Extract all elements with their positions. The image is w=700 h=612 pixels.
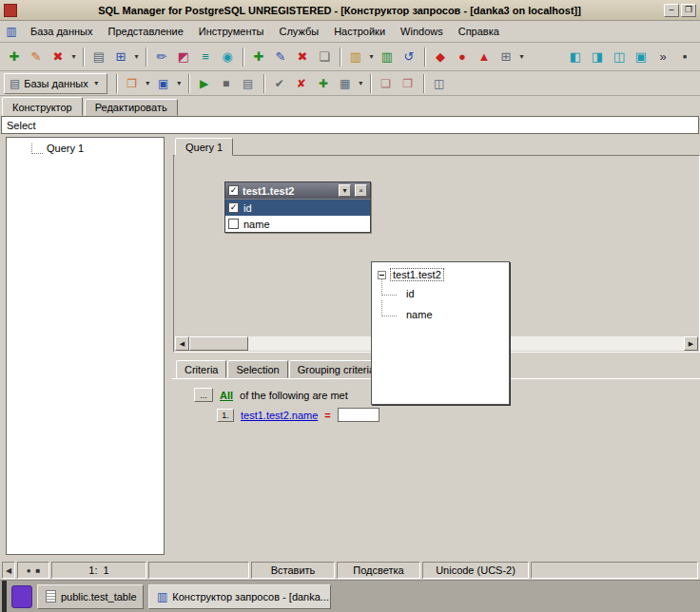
status-scroll-pane[interactable]: ◀ bbox=[2, 562, 15, 579]
windows-dropdown-icon[interactable]: ▾ bbox=[132, 47, 141, 67]
menu-windows[interactable]: Windows bbox=[393, 23, 451, 40]
toolbar-separator bbox=[370, 74, 372, 93]
table-dropdown-button[interactable]: ▾ bbox=[339, 184, 351, 197]
menu-view[interactable]: Представление bbox=[101, 23, 191, 40]
database-services-icon[interactable]: ▣ bbox=[631, 47, 651, 67]
collapse-icon[interactable] bbox=[378, 271, 386, 279]
title-bar[interactable]: SQL Manager for PostgreSQL UNREGISTERED … bbox=[0, 0, 700, 21]
table-widget[interactable]: ✓ test1.test2 ▾ × ✓ id name bbox=[224, 182, 371, 233]
rollback-icon[interactable]: ✘ bbox=[291, 73, 312, 94]
windows-list-icon[interactable]: ⊞ bbox=[110, 47, 131, 67]
taskbar-launcher-icon[interactable] bbox=[11, 585, 32, 608]
restore-database-icon[interactable]: ◨ bbox=[587, 47, 608, 67]
insert-mode-pane: Вставить bbox=[251, 562, 335, 579]
save-dropdown-icon[interactable]: ▾ bbox=[175, 73, 184, 94]
add-table-icon[interactable]: ✚ bbox=[313, 73, 334, 94]
import-data-icon[interactable]: ▥ bbox=[377, 47, 398, 67]
drop-object-icon[interactable]: ✖ bbox=[292, 47, 313, 67]
unregister-database-icon[interactable]: ✖ bbox=[48, 47, 68, 67]
dropdown-root-node[interactable]: test1.test2 bbox=[374, 268, 507, 281]
tab-selection[interactable]: Selection bbox=[227, 360, 287, 378]
tree-node-label: Query 1 bbox=[47, 143, 84, 154]
scroll-thumb[interactable] bbox=[189, 336, 248, 351]
database-registration-info-icon[interactable]: ✎ bbox=[26, 47, 47, 67]
query-builder-icon[interactable]: ◩ bbox=[173, 47, 194, 67]
criteria-value-input[interactable] bbox=[338, 408, 379, 422]
minimize-button[interactable]: – bbox=[664, 4, 679, 17]
main-toolbar: ✚ ✎ ✖ ▾ ▤ ⊞ ▾ ✏ ◩ ≡ ◉ ✚ ✎ ✖ ❏ ▥ ▾ ▥ ↺ ◆ … bbox=[0, 43, 700, 71]
print-icon[interactable]: ▤ bbox=[88, 47, 109, 67]
tree-node-query1[interactable]: Query 1 bbox=[7, 138, 164, 154]
query-tab[interactable]: Query 1 bbox=[175, 138, 233, 156]
menu-tools[interactable]: Инструменты bbox=[191, 23, 272, 40]
menu-database[interactable]: База данных bbox=[23, 23, 101, 40]
tab-designer[interactable]: Конструктор bbox=[2, 97, 83, 116]
save-query-icon[interactable]: ▣ bbox=[153, 73, 174, 94]
copy-diagram-icon[interactable]: ❏ bbox=[376, 73, 397, 94]
criteria-options-button[interactable]: ... bbox=[194, 388, 213, 402]
diagram-options-icon[interactable]: ◫ bbox=[429, 73, 450, 94]
field-label: name bbox=[243, 219, 270, 230]
object-properties-icon[interactable]: ❏ bbox=[314, 47, 335, 67]
customize-toolbar-icon[interactable]: ▪ bbox=[674, 47, 695, 67]
toolbar-separator bbox=[83, 48, 85, 67]
edit-object-icon[interactable]: ✎ bbox=[270, 47, 291, 67]
field-checkbox-name[interactable] bbox=[228, 219, 239, 229]
menu-help[interactable]: Справка bbox=[451, 23, 507, 40]
user-manager-icon[interactable]: ● bbox=[452, 47, 473, 67]
grid-views-icon[interactable]: ▦ bbox=[335, 73, 356, 94]
sql-monitor-icon[interactable]: ◉ bbox=[217, 47, 238, 67]
dropdown-item-name[interactable]: name bbox=[374, 309, 507, 323]
tab-edit[interactable]: Редактировать bbox=[85, 99, 178, 116]
copy-database-icon[interactable]: ◫ bbox=[609, 47, 630, 67]
table-widget-header[interactable]: ✓ test1.test2 ▾ × bbox=[224, 182, 371, 199]
table-close-button[interactable]: × bbox=[355, 184, 367, 197]
scroll-left-button[interactable]: ◀ bbox=[175, 336, 189, 351]
maximize-button[interactable]: ❐ bbox=[681, 4, 696, 17]
table-list-icon[interactable]: ⊞ bbox=[496, 47, 516, 67]
refresh-icon[interactable]: ↺ bbox=[399, 47, 419, 67]
dropdown-item-id[interactable]: id bbox=[374, 288, 507, 302]
field-row-id[interactable]: ✓ id bbox=[225, 200, 370, 216]
criteria-field-link[interactable]: test1.test2.name bbox=[241, 410, 318, 421]
select-clause-bar[interactable]: Select bbox=[1, 116, 699, 134]
export-dropdown-icon[interactable]: ▾ bbox=[367, 47, 376, 67]
field-row-name[interactable]: name bbox=[225, 216, 370, 232]
menu-services[interactable]: Службы bbox=[271, 23, 326, 40]
register-database-icon[interactable]: ✚ bbox=[4, 47, 25, 67]
taskbar-item-query-builder[interactable]: ▥ Конструктор запросов - [danka... bbox=[148, 584, 331, 609]
commit-icon[interactable]: ✔ bbox=[269, 73, 290, 94]
sql-script-icon[interactable]: ≡ bbox=[195, 47, 216, 67]
save-diagram-icon[interactable]: ❐ bbox=[398, 73, 418, 94]
criteria-operator[interactable]: = bbox=[324, 410, 330, 421]
open-dropdown-icon[interactable]: ▾ bbox=[144, 73, 152, 94]
role-manager-icon[interactable]: ▲ bbox=[474, 47, 495, 67]
toolbar-overflow-icon[interactable]: » bbox=[652, 47, 673, 67]
field-dropdown-panel[interactable]: test1.test2 id name bbox=[371, 261, 510, 405]
criteria-row-button[interactable]: 1. bbox=[217, 409, 234, 422]
unregister-dropdown-icon[interactable]: ▾ bbox=[69, 47, 78, 67]
scroll-right-button[interactable]: ▶ bbox=[684, 336, 698, 351]
taskbar-item-test-table[interactable]: public.test_table bbox=[37, 584, 144, 609]
stop-query-icon[interactable]: ■ bbox=[216, 73, 237, 94]
panel-splitter[interactable] bbox=[165, 134, 172, 561]
tab-grouping-criteria[interactable]: Grouping criteria bbox=[289, 360, 383, 378]
check-icon: ✓ bbox=[230, 186, 238, 195]
field-checkbox-id[interactable]: ✓ bbox=[228, 202, 239, 213]
grant-manager-icon[interactable]: ◆ bbox=[430, 47, 451, 67]
open-query-icon[interactable]: ❐ bbox=[122, 73, 143, 94]
criteria-all-link[interactable]: All bbox=[220, 390, 233, 401]
export-data-icon[interactable]: ▥ bbox=[345, 47, 366, 67]
grid-views-dropdown-icon[interactable]: ▾ bbox=[357, 73, 365, 94]
sql-editor-icon[interactable]: ✏ bbox=[151, 47, 172, 67]
databases-dropdown[interactable]: ▤ Базы данных ▾ bbox=[4, 73, 107, 94]
show-results-icon[interactable]: ▤ bbox=[238, 73, 259, 94]
backup-database-icon[interactable]: ◧ bbox=[565, 47, 586, 67]
table-checkbox[interactable]: ✓ bbox=[228, 185, 239, 196]
create-object-icon[interactable]: ✚ bbox=[248, 47, 269, 67]
menu-options[interactable]: Настройки bbox=[326, 23, 393, 40]
criteria-suffix-label: of the following are met bbox=[240, 390, 348, 401]
tab-criteria[interactable]: Criteria bbox=[176, 360, 226, 378]
execute-query-icon[interactable]: ▶ bbox=[194, 73, 215, 94]
table-list-dropdown-icon[interactable]: ▾ bbox=[517, 47, 526, 67]
